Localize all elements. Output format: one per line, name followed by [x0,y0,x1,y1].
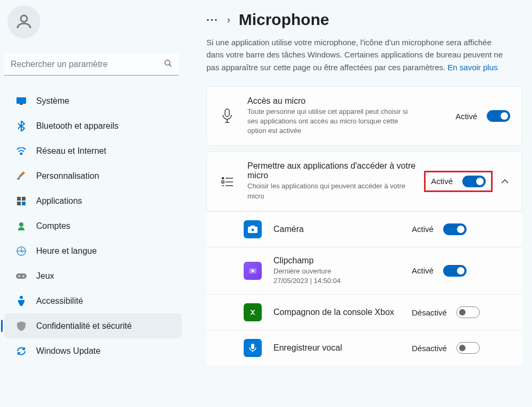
svg-point-10 [19,222,23,227]
sidebar-item-label: Système [36,96,69,106]
panel-subtitle: Choisir les applications qui peuvent acc… [247,181,418,201]
page-description: Si une application utilise votre microph… [206,36,510,73]
clock-globe-icon [16,246,27,256]
monitor-icon [16,96,27,106]
sidebar-item-label: Bluetooth et appareils [36,121,119,131]
search-icon[interactable] [164,59,172,70]
svg-rect-25 [251,226,255,227]
toggle-allow-apps[interactable] [462,176,486,187]
state-label: Désactivé [412,308,447,317]
sidebar-item-label: Applications [36,196,82,206]
app-list: Caméra Activé Clipchamp Dernière ouvertu… [206,211,522,366]
sidebar-item-label: Confidentialité et sécurité [36,321,132,331]
account-icon [16,221,27,231]
sidebar: Système Bluetooth et appareils Réseau et… [0,0,186,407]
svg-rect-7 [22,197,26,201]
svg-rect-19 [222,181,224,183]
panel-title: Permettre aux applications d'accéder à v… [247,161,425,180]
nav: Système Bluetooth et appareils Réseau et… [0,85,186,363]
state-label: Activé [412,266,434,275]
svg-point-15 [20,296,23,299]
svg-rect-9 [22,202,26,205]
avatar[interactable] [7,5,40,38]
app-name: Enregistreur vocal [273,343,412,353]
breadcrumb: ··· › Microphone [206,11,522,29]
sidebar-item-accounts[interactable]: Comptes [4,213,182,238]
chevron-up-icon[interactable] [500,179,510,184]
app-name: Clipchamp [273,256,412,265]
sidebar-item-label: Comptes [36,221,70,231]
brush-icon [16,171,27,181]
sidebar-item-network[interactable]: Réseau et Internet [4,138,182,163]
svg-rect-3 [16,97,26,104]
state-label: Activé [431,177,453,186]
search-input[interactable] [4,53,179,76]
wifi-icon [16,146,27,156]
panel-mic-access: Accès au micro Toute personne qui utilis… [206,86,522,146]
chevron-right-icon: › [227,14,230,26]
state-label: Activé [412,225,434,234]
sidebar-item-windows-update[interactable]: Windows Update [4,338,182,363]
sidebar-item-bluetooth[interactable]: Bluetooth et appareils [4,113,182,138]
svg-rect-6 [17,197,21,201]
sidebar-item-applications[interactable]: Applications [4,188,182,213]
sidebar-item-system[interactable]: Système [4,88,182,113]
svg-rect-4 [20,104,23,105]
app-icon-clipchamp [244,262,262,280]
toggle-app-camera[interactable] [443,223,467,235]
accessibility-icon [16,296,27,306]
svg-rect-29 [251,344,254,349]
svg-point-0 [21,15,27,22]
panel-subtitle: Toute personne qui utilise cet appareil … [247,107,418,136]
sidebar-item-games[interactable]: Jeux [4,263,182,288]
sidebar-item-label: Jeux [36,271,54,281]
microphone-icon [219,109,236,123]
gamepad-icon [16,271,27,281]
toggle-app-voice-recorder[interactable] [456,342,480,354]
state-label: Activé [455,112,477,121]
svg-rect-12 [16,273,27,279]
app-subtitle: Dernière ouverture 27/05/2023 | 14:50:04 [273,267,412,286]
app-icon-voice-recorder [244,339,262,357]
sidebar-item-personalization[interactable]: Personnalisation [4,163,182,188]
sidebar-item-label: Accessibilité [36,296,83,306]
sidebar-item-accessibility[interactable]: Accessibilité [4,288,182,313]
toggle-app-xbox[interactable] [456,306,480,318]
search-container [4,53,179,76]
svg-line-2 [169,64,171,67]
sidebar-item-label: Heure et langue [36,246,97,256]
app-name: Compagnon de la console Xbox [273,308,412,317]
svg-rect-8 [17,202,21,205]
learn-more-link[interactable]: En savoir plus [447,63,497,72]
sidebar-item-privacy[interactable]: Confidentialité et sécurité [4,313,182,338]
app-icon-camera [244,220,262,238]
breadcrumb-ellipsis[interactable]: ··· [206,14,219,26]
bluetooth-icon [16,121,27,131]
panel-allow-apps: Permettre aux applications d'accéder à v… [206,151,522,211]
panel-title: Accès au micro [247,96,455,106]
apps-icon [16,196,27,206]
app-row-camera: Caméra Activé [206,211,522,247]
svg-rect-16 [225,109,229,117]
sidebar-item-label: Personnalisation [36,171,99,181]
sidebar-item-label: Réseau et Internet [36,146,106,156]
app-row-voice-recorder: Enregistreur vocal Désactivé [206,330,522,366]
app-name: Caméra [273,225,412,234]
toggle-mic-access[interactable] [487,110,510,122]
svg-point-14 [23,275,24,277]
app-icon-xbox [244,303,262,321]
page-title: Microphone [239,11,329,29]
app-row-clipchamp: Clipchamp Dernière ouverture 27/05/2023 … [206,247,522,295]
person-icon [14,12,34,31]
main-content: ··· › Microphone Si une application util… [186,0,532,407]
update-icon [16,346,27,356]
app-row-xbox: Compagnon de la console Xbox Désactivé [206,295,522,330]
list-icon [219,177,236,186]
svg-point-13 [19,275,20,277]
svg-point-17 [222,177,224,179]
toggle-app-clipchamp[interactable] [443,265,467,277]
highlighted-toggle-area: Activé [425,171,492,192]
svg-point-1 [165,60,170,65]
svg-point-5 [21,153,22,154]
sidebar-item-time-language[interactable]: Heure et langue [4,238,182,263]
